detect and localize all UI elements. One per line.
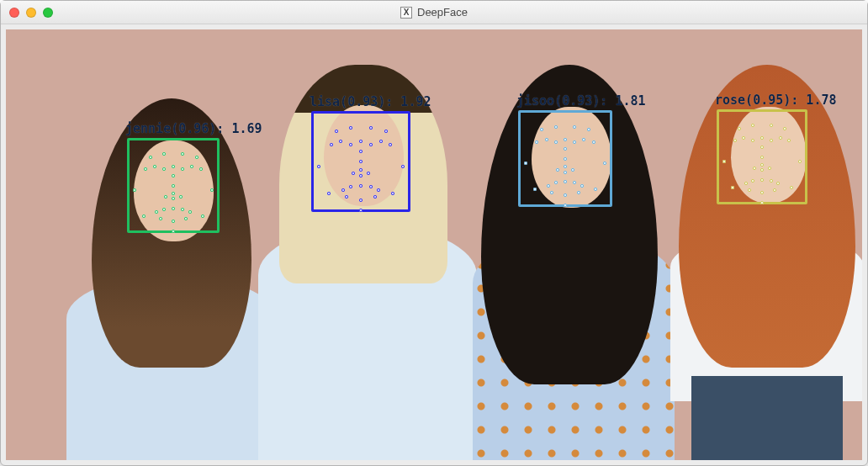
detection-label: jisoo(0.93): 1.81 bbox=[516, 93, 646, 109]
landmark-dot bbox=[564, 171, 567, 174]
landmark-dot bbox=[359, 160, 363, 163]
landmark-dot bbox=[790, 186, 793, 189]
detection-label: jennie(0.96): 1.69 bbox=[125, 121, 262, 136]
close-icon[interactable] bbox=[9, 8, 19, 18]
landmark-dot bbox=[760, 156, 764, 159]
landmark-dot bbox=[540, 128, 543, 131]
detection-lisa: lisa(0.93): 1.92 bbox=[311, 111, 410, 212]
landmark-dot bbox=[564, 157, 567, 161]
landmark-dot bbox=[162, 208, 166, 211]
landmark-dot bbox=[582, 138, 585, 141]
content-area: jennie(0.96): 1.69lisa(0.93): 1.92jisoo(… bbox=[1, 24, 867, 465]
landmark-dot bbox=[554, 140, 558, 144]
landmark-dot bbox=[172, 192, 175, 195]
landmark-dot bbox=[564, 138, 567, 141]
image-canvas: jennie(0.96): 1.69lisa(0.93): 1.92jisoo(… bbox=[6, 29, 862, 460]
landmark-dot bbox=[547, 184, 550, 188]
landmark-dot bbox=[195, 156, 198, 159]
landmark-dot bbox=[564, 204, 567, 207]
detection-jisoo: jisoo(0.93): 1.81 bbox=[518, 110, 612, 207]
landmark-dot bbox=[359, 168, 363, 172]
landmark-dot bbox=[190, 165, 193, 168]
landmark-dot bbox=[592, 140, 595, 144]
landmark-dot bbox=[172, 207, 175, 210]
landmark-dot bbox=[587, 128, 590, 131]
landmark-dot bbox=[564, 165, 567, 168]
minimize-icon[interactable] bbox=[26, 8, 36, 18]
landmark-dot bbox=[359, 150, 363, 153]
landmark-dot bbox=[373, 195, 377, 199]
landmark-dot bbox=[359, 140, 363, 143]
landmark-dot bbox=[172, 230, 175, 233]
landmark-dot bbox=[133, 188, 136, 192]
landmark-dot bbox=[369, 185, 373, 188]
landmark-dot bbox=[172, 165, 175, 168]
landmark-dot bbox=[760, 163, 764, 167]
landmark-dot bbox=[733, 139, 737, 142]
landmark-dot bbox=[770, 179, 773, 183]
landmark-dot bbox=[760, 136, 764, 140]
landmark-dot bbox=[564, 147, 567, 151]
landmark-dot bbox=[149, 156, 152, 159]
detection-label: lisa(0.93): 1.92 bbox=[310, 94, 431, 109]
landmark-dot bbox=[335, 130, 338, 133]
landmark-dot bbox=[359, 174, 363, 177]
landmark-dot bbox=[573, 125, 576, 129]
landmark-dot bbox=[369, 143, 373, 146]
landmark-dot bbox=[554, 125, 558, 129]
landmark-dot bbox=[722, 160, 726, 163]
landmark-dot bbox=[201, 214, 204, 218]
detection-jennie: jennie(0.96): 1.69 bbox=[127, 138, 220, 233]
landmark-dot bbox=[545, 138, 548, 141]
zoom-icon[interactable] bbox=[43, 8, 53, 18]
landmark-dot bbox=[760, 178, 764, 182]
landmark-dot bbox=[768, 167, 771, 170]
x11-icon: X bbox=[400, 7, 412, 19]
landmark-dot bbox=[179, 195, 183, 199]
landmark-dot bbox=[384, 130, 388, 133]
window-title: DeepFace bbox=[417, 6, 468, 19]
landmark-dot bbox=[341, 188, 345, 192]
landmark-dot bbox=[738, 127, 741, 130]
landmark-dot bbox=[580, 184, 584, 188]
landmark-dot bbox=[172, 184, 175, 188]
app-window: X DeepFace jennie(0.96): 1.69lisa(0.93):… bbox=[0, 0, 868, 466]
landmark-dot bbox=[153, 165, 156, 168]
landmark-dot bbox=[359, 184, 363, 188]
landmark-dot bbox=[349, 143, 352, 146]
landmark-dot bbox=[751, 179, 754, 183]
landmark-dot bbox=[770, 124, 773, 127]
landmark-dot bbox=[577, 191, 580, 194]
landmark-dot bbox=[330, 143, 333, 146]
landmark-dot bbox=[760, 201, 764, 204]
detection-rose: rose(0.95): 1.78 bbox=[717, 109, 807, 204]
landmark-dot bbox=[783, 127, 786, 130]
landmark-dot bbox=[379, 140, 383, 143]
landmark-dot bbox=[359, 209, 363, 212]
landmark-dot bbox=[359, 199, 363, 202]
landmark-dot bbox=[377, 188, 380, 192]
landmark-dot bbox=[142, 214, 146, 218]
landmark-dot bbox=[188, 210, 192, 214]
landmark-dot bbox=[748, 188, 751, 192]
landmark-dot bbox=[744, 182, 748, 185]
landmark-dot bbox=[779, 136, 782, 140]
detection-label: rose(0.95): 1.78 bbox=[715, 93, 837, 108]
landmark-dot bbox=[401, 165, 405, 168]
landmark-dot bbox=[159, 217, 162, 220]
titlebar[interactable]: X DeepFace bbox=[1, 1, 867, 24]
landmark-dot bbox=[181, 208, 184, 211]
